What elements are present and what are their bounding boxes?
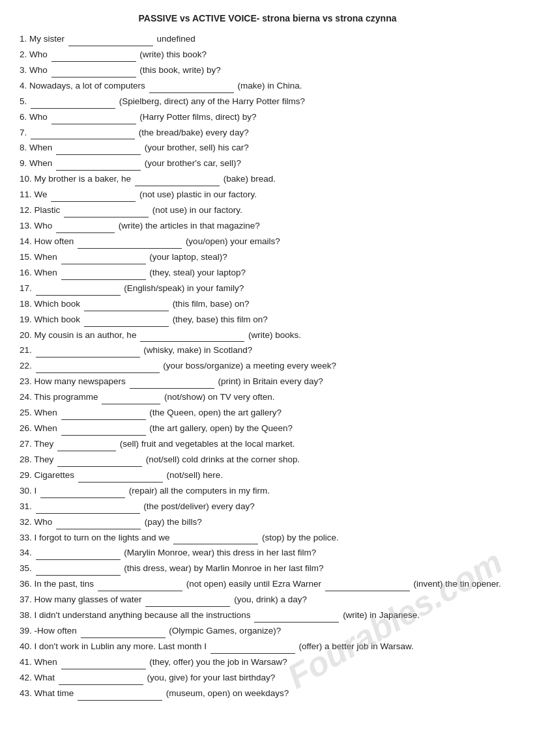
item-number: 21. (20, 345, 32, 355)
item-hint: (pay) the bills? (145, 517, 202, 527)
blank (36, 348, 140, 357)
item-text: When (35, 268, 57, 277)
blank (56, 520, 141, 529)
list-item: 1. My sister undefined (20, 33, 515, 46)
list-item: 28. They (not/sell) cold drinks at the c… (20, 453, 515, 467)
blank (64, 208, 149, 217)
item-text: This programme (34, 392, 98, 402)
item-hint: (the bread/bake) every day? (139, 128, 249, 137)
item-number: 6. (20, 112, 27, 122)
item-hint: (your boss/organize) a meeting every wee… (163, 361, 336, 371)
item-hint: (Harry Potter films, direct) by? (139, 112, 256, 122)
item-hint: (write) this book? (139, 49, 207, 59)
list-item: 37. How many glasses of water (you, drin… (20, 593, 515, 607)
blank (56, 146, 141, 155)
item-hint: (this dress, wear) by Marlin Monroe in h… (124, 563, 323, 573)
blank (36, 364, 160, 373)
item-hint: (stop) by the police. (262, 533, 339, 542)
blank (254, 613, 339, 623)
blank (149, 84, 234, 93)
item-text: Who (29, 112, 48, 122)
list-item: 39. -How often (Olympic Games, organize)… (20, 624, 515, 638)
list-item: 16. When (they, steal) your laptop? (20, 266, 515, 280)
list-item: 24. This programme (not/show) on TV very… (20, 391, 515, 404)
item-number: 5. (20, 96, 27, 106)
item-number: 35. (20, 563, 32, 573)
list-item: 25. When (the Queen, open) the art galle… (20, 406, 515, 420)
list-item: 2. Who (write) this book? (20, 48, 515, 62)
blank (78, 692, 162, 701)
item-hint: (Spielberg, direct) any of the Harry Pot… (119, 96, 305, 106)
item-number: 9. (20, 158, 27, 168)
list-item: 12. Plastic (not use) in our factory. (20, 204, 515, 217)
list-item: 15. When (your laptop, steal)? (20, 251, 515, 264)
item-text: I (35, 486, 37, 496)
blank (56, 224, 115, 233)
item-number: 17. (20, 283, 32, 293)
item-hint: (you, give) for your last birthday? (147, 673, 276, 682)
item-text: I forgot to turn on the lights and we (35, 533, 170, 542)
item-number: 7. (20, 128, 27, 137)
item-hint: (they, steal) your laptop? (149, 268, 246, 277)
item-text: Who (29, 65, 48, 75)
item-text: When (29, 158, 52, 168)
item-number: 22. (20, 361, 32, 371)
blank (102, 395, 160, 404)
blank (36, 567, 121, 576)
blank (56, 161, 141, 171)
item-text: When (35, 657, 57, 667)
list-item: 22. (your boss/organize) a meeting every… (20, 359, 515, 373)
blank (145, 598, 230, 607)
list-item: 3. Who (this book, write) by? (20, 64, 515, 77)
blank (36, 505, 140, 514)
blank (51, 53, 136, 62)
item-text: When (35, 252, 57, 262)
item-hint: (write) books. (248, 330, 301, 340)
item-text: They (34, 455, 53, 464)
blank (140, 333, 244, 342)
blank (78, 240, 182, 249)
list-item: 17. (English/speak) in your family? (20, 282, 515, 296)
blank (61, 427, 146, 436)
list-item: 29. Cigarettes (not/sell) here. (20, 469, 515, 483)
blank (36, 287, 121, 296)
item-hint: (offer) a better job in Warsaw. (299, 641, 414, 651)
list-item: 19. Which book (they, base) this film on… (20, 313, 515, 327)
title: PASSIVE vs ACTIVE VOICE- strona bierna v… (20, 13, 515, 23)
item-text: How many glasses of water (35, 595, 142, 604)
item-hint: (Olympic Games, organize)? (169, 626, 281, 636)
item-number: 33. (20, 533, 32, 542)
item-hint: (not/sell) cold drinks at the corner sho… (146, 455, 300, 464)
item-text: My brother is a baker, he (35, 174, 132, 184)
list-item: 14. How often (you/open) your emails? (20, 235, 515, 249)
item-number: 14. (20, 236, 32, 246)
item-number: 36. (20, 579, 32, 589)
blank2 (325, 582, 410, 591)
item-number: 13. (20, 221, 32, 231)
list-item: 7. (the bread/bake) every day? (20, 126, 515, 140)
item-number: 3. (20, 65, 27, 75)
item-number: 10. (20, 174, 32, 184)
blank (173, 535, 258, 544)
item-text: Plastic (35, 205, 61, 215)
item-hint: undefined (157, 34, 195, 44)
item-number: 38. (20, 610, 32, 620)
item-text: When (35, 423, 57, 433)
list-item: 40. I don't work in Lublin any more. Las… (20, 640, 515, 654)
list-item: 30. I (repair) all the computers in my f… (20, 484, 515, 498)
list-item: 13. Who (write) the articles in that mag… (20, 219, 515, 233)
item-hint: (make) in China. (237, 81, 302, 91)
item-text: My sister (29, 34, 65, 44)
blank (98, 582, 182, 591)
item-number: 19. (20, 315, 32, 324)
item-hint: (museum, open) on weekdays? (166, 688, 289, 698)
list-item: 38. I didn't understand anything because… (20, 609, 515, 623)
list-item: 32. Who (pay) the bills? (20, 516, 515, 529)
list-item: 31. (the post/deliver) every day? (20, 500, 515, 514)
item-hint: (the art gallery, open) by the Queen? (149, 423, 293, 433)
item-hint: (sell) fruit and vegetables at the local… (120, 439, 295, 449)
item-hint: (your brother's car, sell)? (145, 158, 241, 168)
blank (61, 271, 146, 280)
item-number: 2. (20, 49, 27, 59)
list-item: 33. I forgot to turn on the lights and w… (20, 531, 515, 545)
